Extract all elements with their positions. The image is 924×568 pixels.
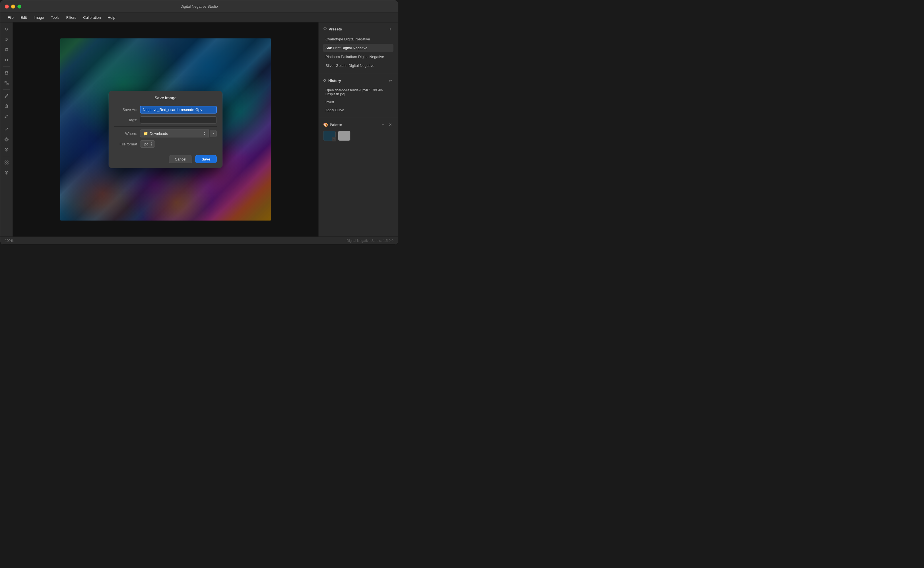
- menu-tools[interactable]: Tools: [48, 14, 62, 21]
- chevron-down-icon: ▾: [213, 132, 214, 136]
- history-icon: ⟳: [323, 78, 327, 83]
- right-panel: ♡ Presets ＋ Cyanotype Digital Negative S…: [318, 23, 398, 236]
- palette-remove-button[interactable]: ✕: [387, 121, 393, 128]
- presets-section: ♡ Presets ＋ Cyanotype Digital Negative S…: [319, 23, 398, 74]
- preset-salt-print[interactable]: Salt Print Digital Negative: [323, 44, 393, 52]
- left-toolbar: ↻ ↺: [0, 23, 13, 236]
- menu-file[interactable]: File: [5, 14, 17, 21]
- presets-add-button[interactable]: ＋: [387, 26, 393, 32]
- main-window: Digital Negative Studio File Edit Image …: [0, 0, 398, 245]
- rotate-left-icon[interactable]: ↺: [2, 35, 11, 44]
- contrast-icon[interactable]: [2, 101, 11, 111]
- heart-icon: ♡: [323, 27, 327, 31]
- svg-rect-23: [5, 161, 6, 162]
- minimize-button[interactable]: [11, 5, 15, 9]
- curves-icon[interactable]: [2, 125, 11, 134]
- status-bar: 100% Digital Negative Studio: 1.5.0.0: [0, 236, 398, 245]
- grid-icon[interactable]: [2, 158, 11, 167]
- dialog-title-bar: Save Image: [109, 91, 223, 103]
- file-format-select[interactable]: .jpg ▲ ▼: [140, 140, 155, 148]
- svg-rect-5: [5, 82, 6, 83]
- close-button[interactable]: [5, 5, 9, 9]
- tags-row: Tags:: [115, 116, 217, 124]
- palette-icon: 🎨: [323, 122, 328, 127]
- tags-input[interactable]: [140, 116, 217, 124]
- title-bar: Digital Negative Studio: [0, 0, 398, 13]
- save-as-row: Save As:: [115, 106, 217, 113]
- where-expand-btn[interactable]: ▾: [210, 130, 217, 137]
- svg-line-18: [8, 138, 8, 139]
- history-item-open[interactable]: Open ricardo-resende-GpvKZL7kC4k-unsplas…: [323, 86, 393, 98]
- svg-rect-24: [7, 161, 8, 162]
- toolbar-divider-2: [3, 89, 10, 90]
- flip-icon[interactable]: [2, 56, 11, 65]
- svg-rect-2: [8, 49, 8, 51]
- menu-filters[interactable]: Filters: [63, 14, 79, 21]
- file-format-row: File format .jpg ▲ ▼: [115, 140, 217, 148]
- menu-bar: File Edit Image Tools Filters Calibratio…: [0, 13, 398, 23]
- window-title: Digital Negative Studio: [180, 4, 218, 9]
- preset-silver-gelatin[interactable]: Silver Gelatin Digital Negative: [323, 62, 393, 70]
- palette-add-button[interactable]: ＋: [380, 121, 386, 128]
- preset-cyanotype[interactable]: Cyanotype Digital Negative: [323, 35, 393, 43]
- svg-rect-6: [7, 83, 8, 85]
- save-as-input[interactable]: [140, 106, 217, 113]
- menu-image[interactable]: Image: [31, 14, 47, 21]
- svg-rect-0: [5, 48, 6, 51]
- svg-line-16: [5, 138, 6, 139]
- file-format-label: File format: [115, 142, 137, 146]
- downloads-folder-icon: 📁: [143, 131, 148, 136]
- history-item-invert[interactable]: Invert: [323, 98, 393, 106]
- dialog-separator: [115, 126, 217, 127]
- where-row: Where: 📁 Downloads ▲ ▼: [115, 130, 217, 137]
- exposure-icon[interactable]: [2, 145, 11, 154]
- save-button[interactable]: Save: [195, 155, 217, 163]
- canvas-area: Save Image Save As: Tags:: [13, 23, 318, 236]
- dialog-footer: Cancel Save: [109, 152, 223, 168]
- history-item-curve[interactable]: Apply Curve: [323, 106, 393, 114]
- traffic-lights: [5, 5, 21, 9]
- perspective-icon[interactable]: [2, 68, 11, 77]
- color-swatch-gray[interactable]: [338, 131, 350, 141]
- where-select[interactable]: 📁 Downloads ▲ ▼: [140, 130, 209, 137]
- add-layer-icon[interactable]: [2, 168, 11, 177]
- palette-colors: ▾: [323, 131, 393, 141]
- where-label: Where:: [115, 131, 137, 136]
- history-revert-button[interactable]: ↩: [387, 77, 393, 84]
- palette-header: 🎨 Palette ＋ ✕: [323, 121, 393, 128]
- color-swatch-dropdown-1[interactable]: ▾: [332, 137, 336, 141]
- preset-platinum[interactable]: Platinum Palladium Digital Negative: [323, 53, 393, 61]
- svg-line-19: [5, 140, 6, 141]
- palette-section: 🎨 Palette ＋ ✕ ▾: [319, 118, 398, 144]
- format-stepper-icon: ▲ ▼: [150, 142, 152, 146]
- palette-actions: ＋ ✕: [380, 121, 393, 128]
- svg-rect-25: [5, 163, 6, 164]
- transform-icon[interactable]: [2, 79, 11, 88]
- main-content: ↻ ↺: [0, 23, 398, 236]
- menu-edit[interactable]: Edit: [18, 14, 30, 21]
- dropper-icon[interactable]: [2, 112, 11, 121]
- save-dialog-overlay: Save Image Save As: Tags:: [13, 23, 318, 236]
- where-control: 📁 Downloads ▲ ▼: [140, 130, 217, 137]
- zoom-level: 100%: [5, 239, 14, 243]
- brush-icon[interactable]: [2, 91, 11, 100]
- brightness-icon[interactable]: [2, 135, 11, 144]
- cancel-button[interactable]: Cancel: [169, 155, 192, 163]
- presets-header: ♡ Presets ＋: [323, 26, 393, 32]
- maximize-button[interactable]: [17, 5, 21, 9]
- palette-title: 🎨 Palette: [323, 122, 342, 127]
- tags-label: Tags:: [115, 118, 137, 122]
- history-section: ⟳ History ↩ Open ricardo-resende-GpvKZL7…: [319, 74, 398, 118]
- save-dialog: Save Image Save As: Tags:: [109, 91, 223, 168]
- rotate-right-icon[interactable]: ↻: [2, 25, 11, 34]
- svg-rect-3: [6, 48, 8, 49]
- svg-rect-26: [7, 163, 8, 164]
- menu-help[interactable]: Help: [105, 14, 118, 21]
- crop-icon[interactable]: [2, 45, 11, 54]
- save-as-label: Save As:: [115, 107, 137, 112]
- history-header: ⟳ History ↩: [323, 77, 393, 84]
- menu-calibration[interactable]: Calibration: [80, 14, 104, 21]
- where-value: Downloads: [150, 131, 168, 136]
- where-stepper-icon: ▲ ▼: [203, 131, 206, 136]
- presets-title: ♡ Presets: [323, 27, 342, 31]
